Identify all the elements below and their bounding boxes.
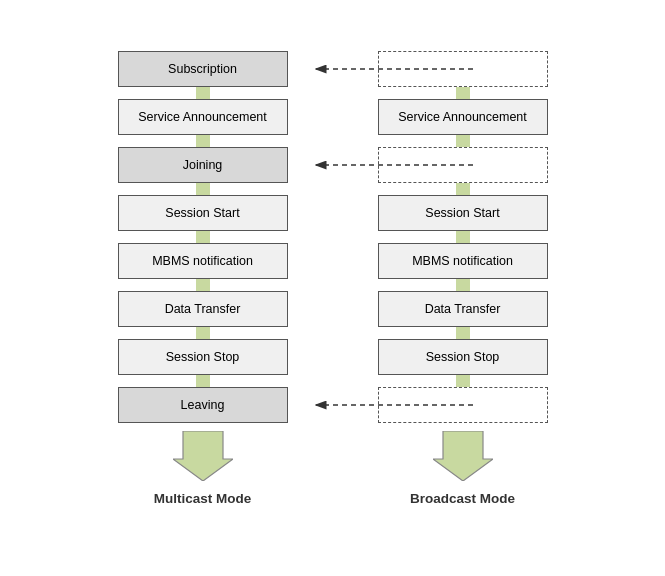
- diagram-container: Subscription Service Announcement Joinin…: [73, 31, 593, 546]
- bc-joining-box: [378, 147, 548, 183]
- bc-mbms-notification-box: MBMS notification: [378, 243, 548, 279]
- mc-service-announcement-box: Service Announcement: [118, 99, 288, 135]
- svg-marker-1: [173, 431, 233, 481]
- mc-session-stop-box: Session Stop: [118, 339, 288, 375]
- mc-down-arrow: [173, 431, 233, 481]
- mc-joining-box: Joining: [118, 147, 288, 183]
- broadcast-column: Service Announcement Session Start MBMS …: [363, 51, 563, 506]
- bc-down-arrow: [433, 431, 493, 481]
- mc-mbms-notification-box: MBMS notification: [118, 243, 288, 279]
- mc-subscription-box: Subscription: [118, 51, 288, 87]
- mc-data-transfer-box: Data Transfer: [118, 291, 288, 327]
- multicast-label: Multicast Mode: [154, 491, 252, 506]
- broadcast-flow: Service Announcement Session Start MBMS …: [378, 51, 548, 481]
- bc-leaving-box: [378, 387, 548, 423]
- multicast-column: Subscription Service Announcement Joinin…: [103, 51, 303, 506]
- bc-session-start-box: Session Start: [378, 195, 548, 231]
- bc-data-transfer-box: Data Transfer: [378, 291, 548, 327]
- svg-marker-2: [433, 431, 493, 481]
- mc-leaving-box: Leaving: [118, 387, 288, 423]
- bc-service-announcement-box: Service Announcement: [378, 99, 548, 135]
- bc-session-stop-box: Session Stop: [378, 339, 548, 375]
- broadcast-label: Broadcast Mode: [410, 491, 515, 506]
- bc-subscription-box: [378, 51, 548, 87]
- multicast-flow: Subscription Service Announcement Joinin…: [118, 51, 288, 481]
- mc-session-start-box: Session Start: [118, 195, 288, 231]
